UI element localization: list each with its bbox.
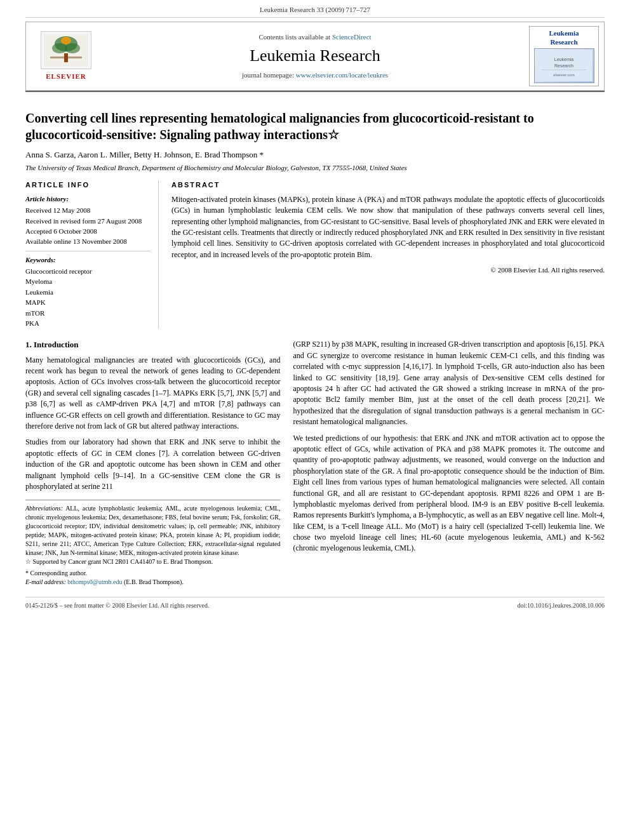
corresponding-note: * Corresponding author. E-mail address: … bbox=[25, 569, 280, 587]
intro-para2: Studies from our laboratory had shown th… bbox=[25, 437, 280, 492]
copyright-line: © 2008 Elsevier Ltd. All rights reserved… bbox=[171, 265, 605, 275]
right-para1: (GRP S211) by p38 MAPK, resulting in inc… bbox=[293, 339, 605, 427]
abstract-col: ABSTRACT Mitogen-activated protein kinas… bbox=[171, 180, 605, 329]
svg-text:elsevier.com: elsevier.com bbox=[553, 73, 574, 77]
revised-date: Received in revised form 27 August 2008 bbox=[25, 217, 151, 226]
svg-point-6 bbox=[61, 37, 71, 44]
divider bbox=[25, 251, 151, 251]
journal-center: Contents lists available at ScienceDirec… bbox=[101, 32, 529, 80]
intro-heading: 1. Introduction bbox=[25, 339, 280, 350]
keyword-1: Glucocorticoid receptor bbox=[25, 267, 151, 276]
article-info-heading: ARTICLE INFO bbox=[25, 180, 151, 190]
issn-text: 0145-2126/$ – see front matter © 2008 El… bbox=[25, 601, 209, 610]
top-bar: Leukemia Research 33 (2009) 717–727 bbox=[25, 0, 605, 18]
journal-homepage: journal homepage: www.elsevier.com/locat… bbox=[107, 70, 523, 80]
journal-logo-box: LeukemiaResearch Leukemia Research elsev… bbox=[529, 26, 599, 86]
elsevier-logo-area: ELSEVIER bbox=[31, 31, 101, 81]
keywords-label: Keywords: bbox=[25, 255, 151, 265]
journal-citation: Leukemia Research 33 (2009) 717–727 bbox=[260, 6, 370, 13]
abstract-heading: ABSTRACT bbox=[171, 180, 605, 190]
affiliation: The University of Texas Medical Branch, … bbox=[25, 163, 605, 173]
email-name: (E.B. Brad Thompson). bbox=[124, 578, 184, 585]
footnote-area: Abbreviations: ALL, acute lymphoblastic … bbox=[25, 500, 280, 587]
sciencedirect-link[interactable]: ScienceDirect bbox=[332, 33, 372, 41]
journal-logo-image: Leukemia Research elsevier.com bbox=[534, 48, 594, 83]
journal-header: ELSEVIER Contents lists available at Sci… bbox=[25, 22, 605, 90]
accepted-date: Accepted 6 October 2008 bbox=[25, 227, 151, 236]
keyword-3: Leukemia bbox=[25, 288, 151, 297]
main-content: 1. Introduction Many hematological malig… bbox=[25, 339, 605, 587]
article-info-col: ARTICLE INFO Article history: Received 1… bbox=[25, 180, 159, 329]
online-date: Available online 13 November 2008 bbox=[25, 237, 151, 246]
received-date: Received 12 May 2008 bbox=[25, 206, 151, 215]
keyword-4: MAPK bbox=[25, 298, 151, 307]
keyword-2: Myeloma bbox=[25, 277, 151, 286]
homepage-link[interactable]: www.elsevier.com/locate/leukres bbox=[296, 71, 388, 79]
email-link[interactable]: bthomps0@utmb.edu bbox=[67, 578, 122, 585]
abbreviations: Abbreviations: ALL, acute lymphoblastic … bbox=[25, 504, 280, 557]
svg-text:Leukemia: Leukemia bbox=[554, 57, 573, 62]
journal-title: Leukemia Research bbox=[107, 44, 523, 67]
elsevier-emblem bbox=[41, 31, 91, 69]
keyword-6: PKA bbox=[25, 319, 151, 328]
svg-point-3 bbox=[65, 43, 80, 53]
authors: Anna S. Garza, Aaron L. Miller, Betty H.… bbox=[25, 149, 605, 161]
article-info-abstract: ARTICLE INFO Article history: Received 1… bbox=[25, 180, 605, 329]
right-para2: We tested predictions of our hypothesis:… bbox=[293, 433, 605, 554]
email-label: E-mail address: bbox=[25, 578, 66, 585]
article-title: Converting cell lines representing hemat… bbox=[25, 110, 605, 143]
svg-rect-5 bbox=[50, 57, 82, 58]
doi-text: doi:10.1016/j.leukres.2008.10.006 bbox=[518, 601, 605, 610]
journal-logo-title: LeukemiaResearch bbox=[549, 29, 579, 46]
contents-line: Contents lists available at ScienceDirec… bbox=[107, 32, 523, 42]
main-left-col: 1. Introduction Many hematological malig… bbox=[25, 339, 280, 587]
abstract-text: Mitogen-activated protein kinases (MAPKs… bbox=[171, 194, 605, 260]
intro-para1: Many hematological malignancies are trea… bbox=[25, 355, 280, 432]
article-section: Converting cell lines representing hemat… bbox=[25, 100, 605, 173]
history-label: Article history: bbox=[25, 194, 151, 204]
bottom-bar: 0145-2126/$ – see front matter © 2008 El… bbox=[25, 597, 605, 610]
elsevier-text: ELSEVIER bbox=[46, 72, 86, 81]
svg-text:Research: Research bbox=[554, 63, 573, 68]
main-right-col: (GRP S211) by p38 MAPK, resulting in inc… bbox=[293, 339, 605, 587]
star-note: ☆ Supported by Cancer grant NCI 2R01 CA4… bbox=[25, 557, 280, 566]
keyword-5: mTOR bbox=[25, 309, 151, 318]
